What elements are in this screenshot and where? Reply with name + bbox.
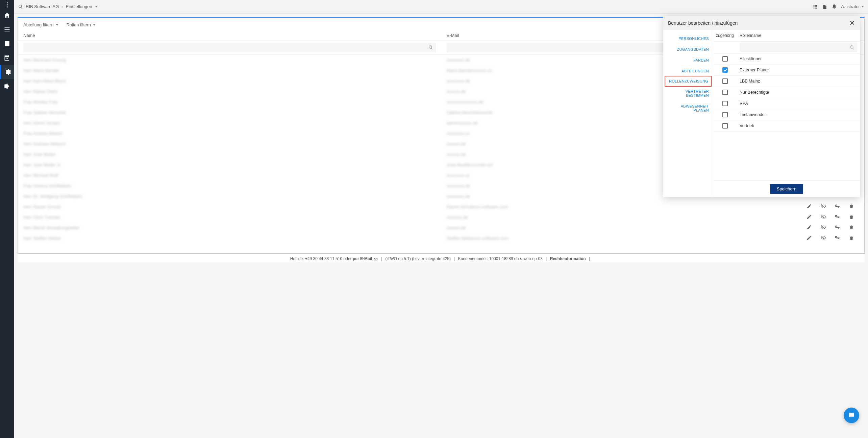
chat-icon: [848, 412, 855, 419]
caret-down-icon[interactable]: [95, 6, 98, 7]
modal-nav-absence[interactable]: ABWESENHEIT PLANEN: [663, 101, 713, 116]
edit-icon[interactable]: [807, 204, 812, 209]
topbar: RIB Software AG › Einstellungen A. istra…: [14, 0, 868, 14]
modal-close-button[interactable]: ✕: [849, 20, 855, 26]
role-name: LBB Mainz: [737, 76, 860, 86]
role-row[interactable]: Nur Berechtigte: [713, 87, 860, 98]
apps-icon[interactable]: [813, 4, 818, 9]
role-name: Nur Berechtigte: [737, 87, 860, 97]
key-icon[interactable]: [835, 214, 840, 220]
sidebar-logout[interactable]: [0, 79, 14, 93]
table-row[interactable]: Herr Rainer Schubt Rainer.Schubtxxx.soft…: [18, 202, 864, 212]
role-name: Vertrieb: [737, 121, 860, 131]
list-icon: [4, 26, 10, 33]
search-icon[interactable]: [18, 4, 23, 9]
role-name: Externer Planer: [737, 65, 860, 75]
edit-icon[interactable]: [807, 214, 812, 220]
filter-department-label: Abteilung filtern: [23, 22, 54, 27]
main-sidebar: [0, 0, 14, 438]
delete-icon[interactable]: [849, 204, 854, 209]
edit-icon[interactable]: [807, 235, 812, 240]
breadcrumb-company[interactable]: RIB Software AG: [26, 4, 59, 9]
edit-icon[interactable]: [807, 225, 812, 230]
sidebar-contacts[interactable]: [0, 37, 14, 51]
role-checkbox[interactable]: [722, 56, 728, 62]
bell-icon[interactable]: [832, 4, 837, 9]
breadcrumb-page[interactable]: Einstellungen: [66, 4, 92, 9]
breadcrumb: RIB Software AG › Einstellungen: [18, 4, 98, 9]
note-icon[interactable]: [822, 4, 827, 9]
role-header-name: Rollenname: [737, 30, 860, 41]
table-row[interactable]: Herr Chris Tubman xxxxxxx.de: [18, 212, 864, 223]
email-search: [447, 43, 690, 52]
search-icon: [850, 45, 854, 50]
modal-nav-personal[interactable]: PERSÖNLICHES: [663, 33, 713, 44]
contact-icon: [4, 40, 10, 47]
header-email[interactable]: E-Mail: [441, 29, 695, 41]
sidebar-settings[interactable]: [0, 65, 14, 79]
name-search-input[interactable]: [23, 43, 436, 52]
key-icon[interactable]: [835, 225, 840, 230]
modal-title: Benutzer bearbeiten / hinzufügen: [668, 20, 738, 26]
home-icon: [4, 12, 10, 19]
role-row[interactable]: Alleskönner: [713, 53, 860, 65]
footer-version: (iTWO ep 5.1) (bitv_reintegrate-425): [386, 256, 451, 261]
role-checkbox[interactable]: [722, 112, 728, 117]
chat-fab[interactable]: [844, 408, 859, 423]
header-name[interactable]: Name: [18, 29, 441, 41]
filter-roles-label: Rollen filtern: [67, 22, 91, 27]
role-name: RPA: [737, 98, 860, 109]
role-name: Testanwender: [737, 110, 860, 120]
caret-down-icon: [861, 6, 864, 7]
role-row[interactable]: LBB Mainz: [713, 76, 860, 87]
delete-icon[interactable]: [849, 214, 854, 220]
key-icon[interactable]: [835, 204, 840, 209]
save-button[interactable]: Speichern: [770, 184, 803, 194]
filter-department[interactable]: Abteilung filtern: [23, 22, 58, 27]
visibility-off-icon[interactable]: [821, 225, 826, 230]
footer-email-link[interactable]: per E-Mail: [353, 256, 372, 261]
key-icon[interactable]: [835, 235, 840, 240]
user-label: A. istrator: [841, 4, 860, 9]
logout-icon: [4, 83, 10, 90]
delete-icon[interactable]: [849, 235, 854, 240]
caret-down-icon: [93, 24, 96, 26]
table-row[interactable]: Herr Bernd Verwaltungsleiter xxxxxx.de: [18, 223, 864, 233]
footer-hotline: Hotline: +49 30 44 33 11 510 oder: [290, 256, 353, 261]
footer-legal-link[interactable]: Rechteinformation: [550, 256, 586, 261]
role-checkbox[interactable]: [722, 123, 728, 129]
visibility-off-icon[interactable]: [821, 214, 826, 220]
modal-nav-roles[interactable]: ROLLENZUWEISUNG: [665, 76, 712, 87]
email-search-input[interactable]: [447, 43, 690, 52]
sidebar-list[interactable]: [0, 22, 14, 37]
visibility-off-icon[interactable]: [821, 204, 826, 209]
delete-icon[interactable]: [849, 225, 854, 230]
sidebar-home[interactable]: [0, 8, 14, 22]
envelope-icon: [373, 257, 378, 261]
modal-nav-departments[interactable]: ABTEILUNGEN: [663, 66, 713, 76]
modal-nav-deputy[interactable]: VERTRETER BESTIMMEN: [663, 86, 713, 101]
role-checkbox[interactable]: [722, 90, 728, 95]
modal-nav-access[interactable]: ZUGANGSDATEN: [663, 44, 713, 55]
role-search-input[interactable]: [740, 43, 857, 52]
modal-nav-colors[interactable]: FARBEN: [663, 55, 713, 66]
footer-customer: Kundennummer: 10001-18289 rib-s-web-ep-0…: [458, 256, 543, 261]
role-checkbox[interactable]: [722, 67, 728, 73]
caret-down-icon: [56, 24, 58, 26]
role-row[interactable]: Externer Planer: [713, 65, 860, 76]
search-icon: [428, 45, 433, 50]
sidebar-menu-icon[interactable]: [0, 1, 14, 8]
table-row[interactable]: Herr Steffen Weber Steffen.Weberxxx.soft…: [18, 233, 864, 244]
visibility-off-icon[interactable]: [821, 235, 826, 240]
user-menu[interactable]: A. istrator: [841, 4, 864, 9]
sidebar-calendar[interactable]: [0, 51, 14, 65]
role-checkbox[interactable]: [722, 78, 728, 84]
user-edit-modal: Benutzer bearbeiten / hinzufügen ✕ PERSÖ…: [663, 16, 860, 197]
chevron-right-icon: ›: [61, 4, 63, 9]
role-row[interactable]: RPA: [713, 98, 860, 109]
role-row[interactable]: Testanwender: [713, 109, 860, 120]
calendar-icon: [4, 54, 10, 61]
role-row[interactable]: Vertrieb: [713, 120, 860, 132]
filter-roles[interactable]: Rollen filtern: [67, 22, 96, 27]
role-checkbox[interactable]: [722, 101, 728, 106]
